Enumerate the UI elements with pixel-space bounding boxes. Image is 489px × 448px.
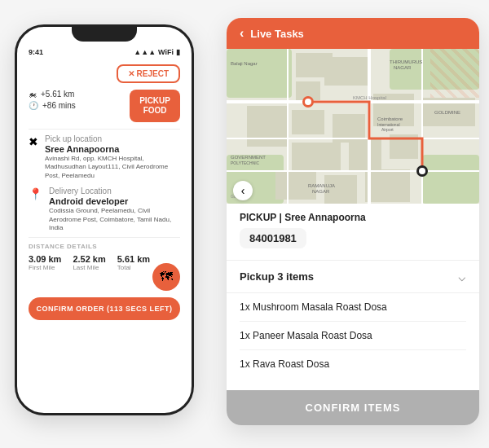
svg-rect-13 — [292, 143, 341, 171]
signal-icon: ▲▲▲ — [134, 48, 156, 56]
total-distance: 5.61 km Total — [117, 254, 150, 271]
distance-km-value: +5.61 km — [41, 90, 74, 99]
status-bar: 9:41 ▲▲▲ WiFi ▮ — [17, 42, 192, 59]
svg-text:POLYTECHNIC: POLYTECHNIC — [231, 160, 260, 165]
chevron-down-icon: ⌵ — [458, 269, 466, 284]
reject-btn-wrapper: ✕ REJECT — [29, 64, 180, 83]
svg-text:NAGAR: NAGAR — [312, 189, 330, 194]
svg-rect-4 — [422, 155, 479, 204]
order-id: 84001981 — [240, 228, 306, 248]
svg-text:GOVERNMENT: GOVERNMENT — [231, 155, 266, 160]
svg-text:RAMANUJA: RAMANUJA — [308, 183, 335, 188]
map-back-icon: ‹ — [241, 184, 245, 197]
confirm-order-button[interactable]: CONFIRM ORDER (113 SECS LEFT) — [29, 297, 180, 320]
pickup-card-header: PICKUP | Sree Annapoorna — [240, 212, 466, 223]
item-label-1: 1x Mushroom Masala Roast Dosa — [240, 301, 387, 313]
distance-mins-row: 🕐 +86 mins — [29, 101, 76, 110]
phone-content: ✕ REJECT 🏍 +5.61 km 🕐 +86 mins PICKUPFOO… — [17, 59, 192, 413]
time-label: 9:41 — [29, 48, 43, 56]
svg-rect-18 — [365, 169, 410, 202]
map-back-button[interactable]: ‹ — [233, 181, 253, 200]
pickup-items-header[interactable]: Pickup 3 items ⌵ — [227, 261, 479, 293]
svg-text:Coimbatore: Coimbatore — [377, 116, 403, 121]
svg-point-26 — [305, 99, 311, 105]
last-mile-value: 2.52 km — [73, 254, 105, 264]
pickup-location-label: Pick up location — [45, 134, 180, 143]
delivery-location-name: Android developer — [49, 196, 180, 206]
total-distance-label: Total — [117, 264, 150, 271]
svg-rect-14 — [349, 138, 381, 171]
divider-2 — [29, 237, 180, 238]
svg-rect-11 — [292, 110, 324, 134]
item-label-2: 1x Paneer Masala Roast Dosa — [240, 330, 372, 341]
last-mile-label: Last Mile — [73, 264, 105, 271]
delivery-location-details: Delivery Location Android developer Codi… — [49, 187, 180, 232]
map-button[interactable]: 🗺 — [152, 263, 180, 291]
pickup-location-item: ✖ Pick up location Sree Annapoorna Avina… — [29, 134, 180, 180]
total-distance-value: 5.61 km — [117, 254, 150, 264]
back-button[interactable]: ‹ — [240, 26, 244, 41]
location-section: ✖ Pick up location Sree Annapoorna Avina… — [29, 134, 180, 232]
pickup-location-icon: ✖ — [29, 135, 38, 148]
list-item: 1x Rava Roast Dosa — [240, 350, 466, 378]
list-item: 1x Mushroom Masala Roast Dosa — [240, 293, 466, 322]
first-mile-label: First Mile — [29, 264, 61, 271]
distance-section: DISTANCE DETAILS 3.09 km First Mile 2.52… — [29, 243, 180, 291]
pickup-location-details: Pick up location Sree Annapoorna Avinash… — [45, 134, 180, 180]
svg-text:Balaji Nagar: Balaji Nagar — [231, 61, 258, 66]
pickup-card: PICKUP | Sree Annapoorna 84001981 — [227, 204, 479, 261]
map-area: Balaji Nagar THIRUMURUS NAGAR KMCH Hospi… — [227, 49, 479, 204]
svg-text:Airport: Airport — [381, 127, 394, 132]
live-tasks-panel: ‹ Live Tasks — [227, 18, 479, 425]
battery-icon: ▮ — [176, 48, 180, 56]
wifi-icon: WiFi — [158, 48, 174, 56]
item-label-3: 1x Rava Roast Dosa — [240, 358, 329, 370]
distance-mins-value: +86 mins — [42, 101, 76, 110]
pickup-location-address: Avinashi Rd, opp. KMCH Hospital, Madhusu… — [45, 155, 180, 180]
svg-text:NAGAR: NAGAR — [394, 65, 412, 70]
first-mile: 3.09 km First Mile — [29, 254, 61, 271]
list-item: 1x Paneer Masala Roast Dosa — [240, 322, 466, 350]
svg-rect-1 — [227, 49, 292, 98]
phone-notch — [72, 27, 137, 42]
svg-text:THIRUMURUS: THIRUMURUS — [390, 59, 422, 64]
svg-rect-10 — [247, 106, 288, 147]
last-mile: 2.52 km Last Mile — [73, 254, 105, 271]
map-hatched-overlay — [430, 49, 479, 98]
phone-shell: 9:41 ▲▲▲ WiFi ▮ ✕ REJECT 🏍 +5.61 km 🕐 +8… — [15, 24, 194, 415]
reject-button[interactable]: ✕ REJECT — [117, 64, 180, 83]
pickup-meta: 🏍 +5.61 km 🕐 +86 mins — [29, 90, 76, 110]
svg-point-28 — [419, 168, 425, 174]
live-header-title: Live Tasks — [250, 28, 304, 40]
live-header: ‹ Live Tasks — [227, 18, 479, 49]
bike-icon: 🏍 — [29, 90, 37, 99]
confirm-items-button[interactable]: CONFIRM ITEMS — [227, 390, 479, 425]
delivery-location-icon: 📍 — [29, 187, 42, 200]
divider-1 — [29, 129, 180, 130]
svg-text:KMCH Hospital: KMCH Hospital — [353, 95, 386, 100]
map-icon: 🗺 — [160, 270, 173, 284]
delivery-location-address: Codissia Ground, Peelamedu, Civil Aerodr… — [49, 207, 180, 232]
svg-text:GOLDMINE: GOLDMINE — [434, 110, 460, 115]
pickup-food-button[interactable]: PICKUPFOOD — [130, 90, 180, 122]
distance-details-label: DISTANCE DETAILS — [29, 243, 180, 250]
distance-km-row: 🏍 +5.61 km — [29, 90, 76, 99]
items-section-title: Pickup 3 items — [240, 270, 314, 283]
pickup-distance-row: 🏍 +5.61 km 🕐 +86 mins PICKUPFOOD — [29, 90, 180, 122]
items-list: 1x Mushroom Masala Roast Dosa 1x Paneer … — [227, 293, 479, 378]
delivery-location-label: Delivery Location — [49, 187, 180, 195]
status-icons: ▲▲▲ WiFi ▮ — [134, 48, 180, 56]
first-mile-value: 3.09 km — [29, 254, 61, 264]
svg-rect-7 — [324, 57, 369, 86]
clock-icon: 🕐 — [29, 101, 38, 110]
delivery-location-item: 📍 Delivery Location Android developer Co… — [29, 187, 180, 232]
pickup-location-name: Sree Annapoorna — [45, 144, 180, 154]
